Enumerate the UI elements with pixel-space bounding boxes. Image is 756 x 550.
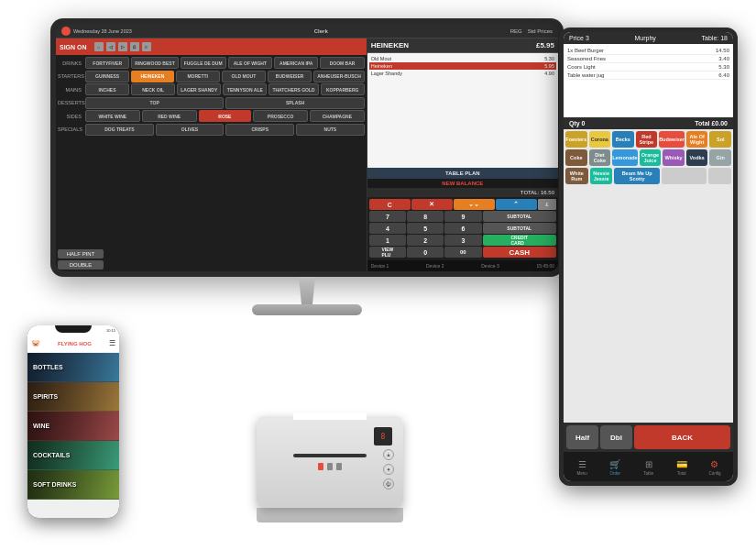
half-pint-button[interactable]: HALF PINT	[58, 249, 104, 258]
btn-white-wine[interactable]: WHITE WINE	[85, 110, 140, 122]
btn-top[interactable]: TOP	[85, 97, 224, 109]
subtotal-btn[interactable]: SUBTOTAL	[483, 211, 557, 222]
t-order-row-2[interactable]: Seasoned Fries 3.40	[567, 55, 729, 63]
prev-icon[interactable]: ◁	[106, 42, 115, 51]
btn-guinness[interactable]: GUINNESS	[85, 71, 129, 82]
app-menu-icon[interactable]: ☰	[109, 339, 115, 347]
num-1[interactable]: 1	[369, 235, 406, 246]
btn-inches[interactable]: INCHES	[85, 83, 129, 95]
menu-item-spirits[interactable]: SPIRITS	[27, 382, 119, 412]
clear-btn[interactable]: C	[369, 199, 411, 210]
btn-splash[interactable]: SPLASH	[225, 97, 364, 109]
menu-item-cocktails[interactable]: COCKTAILS	[27, 441, 119, 470]
subtotal-btn-2[interactable]: SUBTOTAL	[483, 223, 557, 234]
btn-ringwood[interactable]: RINGWOOD BEST	[131, 57, 178, 69]
btn-rose[interactable]: ROSE	[199, 110, 252, 122]
app-header: 🐷 FLYING HOG ☰	[27, 335, 119, 353]
btn-beam-me-up[interactable]: Beam Me Up Scotty	[614, 168, 659, 184]
btn-moretti[interactable]: MORETTI	[176, 71, 220, 82]
sign-on-label[interactable]: SIGN ON	[60, 44, 87, 50]
btn-olives[interactable]: OLIVES	[156, 124, 225, 136]
home-icon[interactable]: ⌂	[94, 42, 104, 51]
order-item-1[interactable]: Old Mout 5.30	[369, 55, 556, 62]
btn-whisky[interactable]: Whisky	[663, 149, 685, 166]
t-order-row-1[interactable]: 1x Beef Burger 14.50	[567, 47, 729, 55]
btn-budweiser[interactable]: Budweiser	[659, 131, 685, 148]
btn-sol[interactable]: Sol	[709, 131, 731, 148]
printer-btn-1[interactable]: ▲	[383, 449, 394, 460]
receipt-icon[interactable]: ≡	[142, 42, 151, 51]
btn-foesters[interactable]: Foesters	[565, 131, 587, 148]
btn-doom-bar[interactable]: DOOM BAR	[320, 57, 364, 69]
btn-anheuser[interactable]: ANHEUSER-BUSCH	[313, 71, 365, 82]
printer-power-icon[interactable]: ⏻	[383, 478, 394, 490]
num-7[interactable]: 7	[369, 211, 406, 222]
btn-neck-oil[interactable]: NECK OIL	[131, 83, 175, 95]
t-order-row-3[interactable]: Coors Light 5.30	[567, 63, 729, 72]
x-btn[interactable]: ✕	[411, 199, 453, 210]
nav-order[interactable]: 🛒 Order	[598, 457, 631, 476]
half-button[interactable]: Half	[566, 425, 598, 449]
btn-corona[interactable]: Corona	[589, 131, 611, 148]
up-btn[interactable]: ⌃	[496, 199, 537, 210]
order-item-2[interactable]: Heineken 5.95	[369, 62, 556, 70]
btn-budweiser[interactable]: BUDWEISER	[268, 71, 312, 82]
btn-ale-of-wight[interactable]: Ale Of Wight	[686, 131, 708, 148]
nav-config[interactable]: ⚙ Config	[698, 457, 731, 476]
btn-red-stripe[interactable]: Red Stripe	[636, 131, 658, 148]
cash-button[interactable]: CASH	[483, 247, 557, 258]
btn-orange-juice[interactable]: Orange Juice	[640, 149, 662, 166]
btn-nessie-jessie[interactable]: Nessie Jessie	[590, 168, 613, 184]
btn-nuts[interactable]: NUTS	[296, 124, 365, 136]
num-2[interactable]: 2	[407, 235, 444, 246]
btn-champagne[interactable]: CHAMPAGNE	[310, 110, 365, 122]
btn-red-wine[interactable]: RED WINE	[142, 110, 197, 122]
btn-heineken[interactable]: HEINEKEN	[131, 71, 173, 82]
down-btn[interactable]: ⌄⌄	[454, 199, 495, 210]
menu-item-soft-drinks[interactable]: SOFT DRINKS	[27, 470, 119, 500]
btn-kopparberg[interactable]: KOPPARBERG	[321, 83, 365, 95]
num-8[interactable]: 8	[407, 211, 444, 222]
btn-becks[interactable]: Becks	[612, 131, 634, 148]
next-icon[interactable]: ▷	[118, 42, 127, 51]
num-6[interactable]: 6	[444, 223, 481, 234]
order-item-3[interactable]: Lager Shandy 4.90	[369, 70, 556, 77]
print-icon[interactable]: ⎙	[130, 42, 139, 51]
btn-dog-treats[interactable]: DOG TREATS	[85, 124, 154, 136]
view-btn[interactable]: VIEWPLU	[369, 247, 406, 258]
printer-btn-2[interactable]: ●	[383, 464, 394, 475]
credit-card-btn[interactable]: CREDITCARD	[483, 235, 557, 246]
menu-item-bottles[interactable]: BOTTLES	[27, 353, 119, 382]
table-plan-button[interactable]: TABLE PLAN	[367, 168, 558, 179]
nav-total[interactable]: 💳 Total	[665, 457, 698, 476]
btn-fuggle[interactable]: FUGGLE DE DUM	[181, 57, 226, 69]
btn-thatchers[interactable]: THATCHERS GOLD	[268, 83, 318, 95]
btn-diet-coke[interactable]: Diet Coke	[589, 149, 611, 166]
menu-item-wine[interactable]: WINE	[27, 412, 119, 441]
btn-american-ipa[interactable]: AMERICAN IPA	[274, 57, 318, 69]
btn-ale-wight[interactable]: ALE OF WIGHT	[228, 57, 272, 69]
btn-gin[interactable]: Gin	[709, 149, 731, 166]
num-3[interactable]: 3	[444, 235, 481, 246]
nav-menu[interactable]: ☰ Menu	[565, 457, 598, 476]
t-order-row-4[interactable]: Table water jug 6.40	[567, 72, 729, 80]
btn-coke[interactable]: Coke	[565, 149, 587, 166]
double-button[interactable]: DOUBLE	[58, 260, 104, 270]
btn-vodka[interactable]: Vodka	[686, 149, 708, 166]
btn-lemonade[interactable]: Lemonade	[612, 149, 638, 166]
num-0[interactable]: 0	[407, 247, 444, 258]
btn-tennyson[interactable]: TENNYSON ALE	[223, 83, 267, 95]
back-button[interactable]: BACK	[634, 425, 730, 449]
btn-white-rum[interactable]: White Rum	[565, 168, 588, 184]
dbl-button[interactable]: Dbl	[600, 425, 632, 449]
btn-fortyfiver[interactable]: FORTYFIVER	[85, 57, 129, 69]
btn-crisps[interactable]: CRISPS	[225, 124, 294, 136]
num-4[interactable]: 4	[369, 223, 406, 234]
num-00[interactable]: 00	[444, 247, 481, 258]
btn-prosecco[interactable]: PROSECCO	[253, 110, 308, 122]
btn-lager-shandy[interactable]: LAGER SHANDY	[177, 83, 221, 95]
btn-old-mout[interactable]: OLD MOUT	[222, 71, 266, 82]
num-9[interactable]: 9	[444, 211, 481, 222]
nav-table[interactable]: ⊞ Table	[631, 457, 664, 476]
num-5[interactable]: 5	[407, 223, 444, 234]
